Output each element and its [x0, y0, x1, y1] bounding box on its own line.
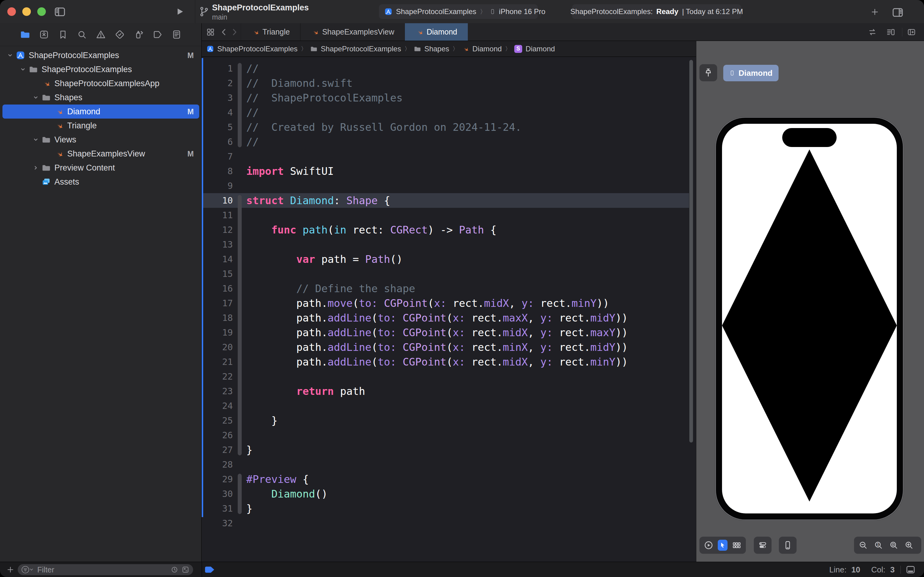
- swap-editor-icon[interactable]: [868, 27, 877, 37]
- code-line-31[interactable]: 31}: [202, 501, 696, 516]
- tree-row-ShapeProtocolExamples[interactable]: ShapeProtocolExamples: [2, 62, 199, 76]
- tree-row-Shapes[interactable]: Shapes: [2, 90, 199, 105]
- code-line-29[interactable]: 29#Preview {: [202, 472, 696, 487]
- code-line-23[interactable]: 23 return path: [202, 384, 696, 398]
- live-preview-icon[interactable]: [704, 540, 713, 550]
- breakpoints-toggle[interactable]: [205, 566, 214, 573]
- navigator-tab-bookmark-navigator[interactable]: [58, 29, 68, 40]
- line-number[interactable]: 9: [202, 179, 233, 193]
- tree-row-selected-Diamond[interactable]: DiamondM: [2, 105, 199, 119]
- code-line-15[interactable]: 15: [202, 266, 696, 281]
- line-number[interactable]: 4: [202, 105, 233, 120]
- navigator-tab-report-navigator[interactable]: [171, 29, 182, 40]
- breadcrumb-ShapeProtocolExamples[interactable]: ShapeProtocolExamples: [206, 45, 298, 53]
- line-number[interactable]: 2: [202, 76, 233, 90]
- line-number[interactable]: 22: [202, 369, 233, 384]
- zoom-out-icon[interactable]: [858, 540, 868, 550]
- code-line-18[interactable]: 18 path.addLine(to: CGPoint(x: rect.maxX…: [202, 311, 696, 325]
- scheme-selector[interactable]: ShapeProtocolExamples 〉 iPhone 16 Pro: [379, 4, 538, 19]
- line-number[interactable]: 24: [202, 398, 233, 413]
- line-number[interactable]: 13: [202, 237, 233, 252]
- code-line-5[interactable]: 5// Created by Russell Gordon on 2024-11…: [202, 120, 696, 134]
- code-line-10[interactable]: 10struct Diamond: Shape {: [202, 193, 696, 208]
- preview-device-button[interactable]: [779, 537, 797, 554]
- line-number[interactable]: 16: [202, 281, 233, 296]
- zoom-to-fit-icon[interactable]: [889, 540, 899, 550]
- code-line-9[interactable]: 9: [202, 179, 696, 193]
- line-number[interactable]: 29: [202, 472, 233, 487]
- code-line-14[interactable]: 14 var path = Path(): [202, 252, 696, 266]
- line-number[interactable]: 26: [202, 428, 233, 443]
- tree-row-Views[interactable]: Views: [2, 133, 199, 147]
- zoom-window-button[interactable]: [37, 7, 46, 16]
- tree-row-Preview Content[interactable]: Preview Content: [2, 161, 199, 175]
- navigator-tab-find-navigator[interactable]: [77, 29, 87, 40]
- code-line-2[interactable]: 2// Diamond.swift: [202, 76, 696, 90]
- code-fold-ribbon[interactable]: [238, 474, 242, 514]
- code-line-28[interactable]: 28: [202, 457, 696, 472]
- breadcrumb-Diamond[interactable]: SDiamond: [514, 45, 555, 53]
- line-number[interactable]: 11: [202, 208, 233, 222]
- editor-options-icon[interactable]: [886, 27, 895, 37]
- code-line-3[interactable]: 3// ShapeProtocolExamples: [202, 90, 696, 105]
- line-number[interactable]: 1: [202, 61, 233, 76]
- disclosure-open-icon[interactable]: [32, 94, 39, 101]
- code-fold-ribbon[interactable]: [238, 63, 242, 147]
- disclosure-open-icon[interactable]: [19, 66, 26, 73]
- line-number[interactable]: 7: [202, 149, 233, 164]
- code-line-16[interactable]: 16 // Define the shape: [202, 281, 696, 296]
- navigator-tab-source-control-navigator[interactable]: [39, 29, 49, 40]
- scm-status-filter-icon[interactable]: [182, 566, 190, 574]
- line-number[interactable]: 23: [202, 384, 233, 398]
- code-fold-ribbon[interactable]: [238, 195, 242, 455]
- selectable-mode-icon[interactable]: [718, 540, 728, 551]
- related-items-icon[interactable]: [206, 27, 215, 37]
- navigator-tab-project-navigator[interactable]: [20, 29, 30, 40]
- code-line-24[interactable]: 24: [202, 398, 696, 413]
- navigator-filter-field[interactable]: [18, 564, 193, 575]
- line-number[interactable]: 21: [202, 355, 233, 369]
- editor-tab-ShapeExamplesView[interactable]: ShapeExamplesView: [300, 23, 405, 41]
- code-line-27[interactable]: 27}: [202, 443, 696, 457]
- run-button[interactable]: [175, 7, 185, 16]
- iphone-screen[interactable]: [722, 124, 897, 513]
- go-back-button[interactable]: [219, 27, 229, 37]
- source-editor[interactable]: 1//2// Diamond.swift3// ShapeProtocolExa…: [202, 57, 696, 562]
- pin-preview-button[interactable]: [699, 64, 717, 81]
- line-number[interactable]: 6: [202, 134, 233, 149]
- close-window-button[interactable]: [7, 7, 16, 16]
- line-number[interactable]: 28: [202, 457, 233, 472]
- disclosure-open-icon[interactable]: [32, 136, 39, 143]
- line-number[interactable]: 30: [202, 487, 233, 501]
- editor-tab-Triangle[interactable]: Triangle: [241, 23, 300, 41]
- code-line-17[interactable]: 17 path.move(to: CGPoint(x: rect.midX, y…: [202, 296, 696, 311]
- code-line-21[interactable]: 21 path.addLine(to: CGPoint(x: rect.midX…: [202, 355, 696, 369]
- line-number[interactable]: 25: [202, 413, 233, 428]
- run-destination-label[interactable]: iPhone 16 Pro: [499, 7, 546, 16]
- zoom-in-icon[interactable]: [904, 540, 914, 550]
- line-number[interactable]: 3: [202, 90, 233, 105]
- code-line-25[interactable]: 25 }: [202, 413, 696, 428]
- code-line-26[interactable]: 26: [202, 428, 696, 443]
- preview-device-chip[interactable]: Diamond: [723, 65, 779, 81]
- code-line-8[interactable]: 8import SwiftUI: [202, 164, 696, 179]
- tree-row-ShapeProtocolExamples[interactable]: ShapeProtocolExamplesM: [2, 48, 199, 62]
- breadcrumb-ShapeProtocolExamples[interactable]: ShapeProtocolExamples: [310, 45, 401, 53]
- tree-row-Triangle[interactable]: Triangle: [2, 119, 199, 133]
- navigator-tab-debug-navigator[interactable]: [134, 29, 144, 40]
- tree-row-Assets[interactable]: Assets: [2, 175, 199, 189]
- navigator-tab-test-navigator[interactable]: [114, 29, 125, 40]
- scheme-project-label[interactable]: ShapeProtocolExamples: [396, 7, 476, 16]
- tree-row-ShapeProtocolExamplesApp[interactable]: ShapeProtocolExamplesApp: [2, 76, 199, 90]
- code-line-12[interactable]: 12 func path(in rect: CGRect) -> Path {: [202, 222, 696, 237]
- line-number[interactable]: 31: [202, 501, 233, 516]
- navigator-tab-issue-navigator[interactable]: [96, 29, 106, 40]
- code-line-32[interactable]: 32: [202, 516, 696, 530]
- line-number[interactable]: 32: [202, 516, 233, 530]
- line-number[interactable]: 18: [202, 311, 233, 325]
- breadcrumb-Shapes[interactable]: Shapes: [414, 45, 449, 53]
- zoom-100-icon[interactable]: 1: [874, 540, 883, 550]
- code-line-1[interactable]: 1//: [202, 61, 696, 76]
- line-number[interactable]: 12: [202, 222, 233, 237]
- line-number[interactable]: 5: [202, 120, 233, 134]
